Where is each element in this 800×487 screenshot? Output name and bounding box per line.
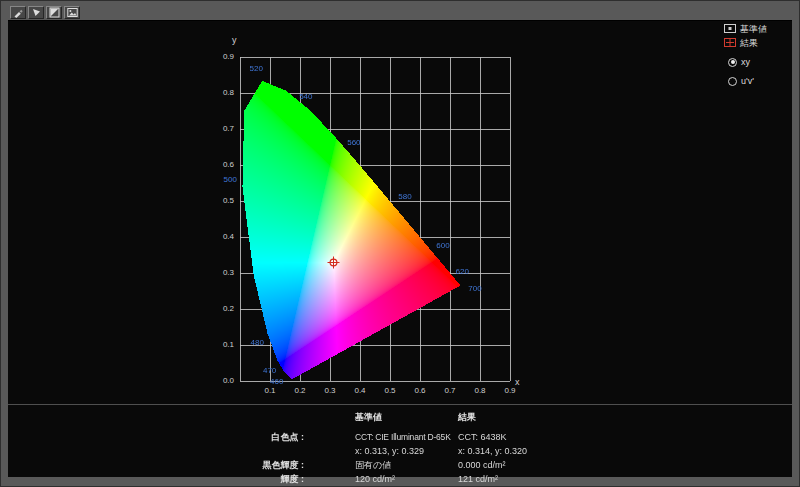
white-point-marker-icon [327,256,340,269]
x-axis-tick-label: 0.9 [500,387,520,395]
y-axis-tick-label: 0.8 [212,89,234,97]
contrast-icon [49,7,60,18]
chromaticity-chart: y x 0.10.20.30.40.50.60.70.80.90.90.80.7… [8,20,792,477]
x-axis-tick-label: 0.5 [380,387,400,395]
triangle-marker-icon [31,7,42,18]
white-point-reference-cct: CCT: CIE Illuminant D-65K [355,432,451,442]
toolbar [10,6,80,19]
reference-marker-icon [724,24,736,35]
radio-uv[interactable]: u'v' [728,75,784,87]
wavelength-label: 580 [398,193,411,201]
y-axis-tick-label: 0.3 [212,269,234,277]
results-separator [8,404,792,405]
y-axis-tick-label: 0.2 [212,305,234,313]
eyedropper-icon [13,7,24,18]
contrast-tool-button[interactable] [46,6,62,19]
wavelength-label: 480 [251,339,264,347]
wavelength-label: 520 [250,65,263,73]
grid-line [510,57,511,381]
white-point-reference-xy: x: 0.313, y: 0.329 [355,446,424,456]
y-axis-tick-label: 0.0 [212,377,234,385]
x-axis-tick-label: 0.2 [290,387,310,395]
marker-tool-button[interactable] [28,6,44,19]
legend-result-label: 結果 [740,37,758,50]
wavelength-label: 470 [263,367,276,375]
x-axis-tick-label: 0.4 [350,387,370,395]
chromaticity-gamut-canvas [240,57,510,381]
luminance-result: 121 cd/m² [458,474,498,484]
wavelength-label: 600 [436,242,449,250]
radio-uv-label: u'v' [741,76,754,86]
reference-column-header: 基準値 [355,412,382,422]
wavelength-label: 560 [347,139,360,147]
black-level-row-label: 黒色輝度 : [204,460,304,470]
white-point-result-cct: CCT: 6438K [458,432,507,442]
legend-result-row: 結果 [724,37,784,49]
black-level-result: 0.000 cd/m² [458,460,506,470]
legend-reference-label: 基準値 [740,23,767,36]
luminance-row-label: 輝度 : [204,474,304,484]
y-axis-title: y [232,36,237,45]
y-axis-tick-label: 0.9 [212,53,234,61]
x-axis-tick-label: 0.6 [410,387,430,395]
image-tool-button[interactable] [64,6,80,19]
radio-uv-icon[interactable] [728,77,737,86]
wavelength-label: 500 [223,176,236,184]
x-axis-tick-label: 0.3 [320,387,340,395]
application-window: y x 0.10.20.30.40.50.60.70.80.90.90.80.7… [0,0,800,487]
diagram-panel: y x 0.10.20.30.40.50.60.70.80.90.90.80.7… [8,20,792,477]
luminance-reference: 120 cd/m² [355,474,395,484]
radio-xy[interactable]: xy [728,56,784,68]
radio-xy-icon[interactable] [728,58,737,67]
result-marker-icon [724,38,736,49]
wavelength-label: 460 [270,378,283,386]
x-axis-tick-label: 0.1 [260,387,280,395]
black-level-reference: 固有の値 [355,460,391,470]
wavelength-label: 540 [299,93,312,101]
y-axis-tick-label: 0.1 [212,341,234,349]
legend: 基準値 結果 xy u'v' [724,21,784,87]
x-axis-tick-label: 0.7 [440,387,460,395]
eyedropper-tool-button[interactable] [10,6,26,19]
y-axis-tick-label: 0.7 [212,125,234,133]
y-axis-tick-label: 0.4 [212,233,234,241]
image-icon [67,7,78,18]
legend-reference-row: 基準値 [724,23,784,35]
radio-xy-label: xy [741,57,750,67]
result-column-header: 結果 [458,412,476,422]
x-axis-tick-label: 0.8 [470,387,490,395]
y-axis-tick-label: 0.6 [212,161,234,169]
wavelength-label: 620 [456,268,469,276]
white-point-row-label: 白色点 : [204,432,304,442]
wavelength-label: 700 [468,285,481,293]
y-axis-tick-label: 0.5 [212,197,234,205]
white-point-result-xy: x: 0.314, y: 0.320 [458,446,527,456]
